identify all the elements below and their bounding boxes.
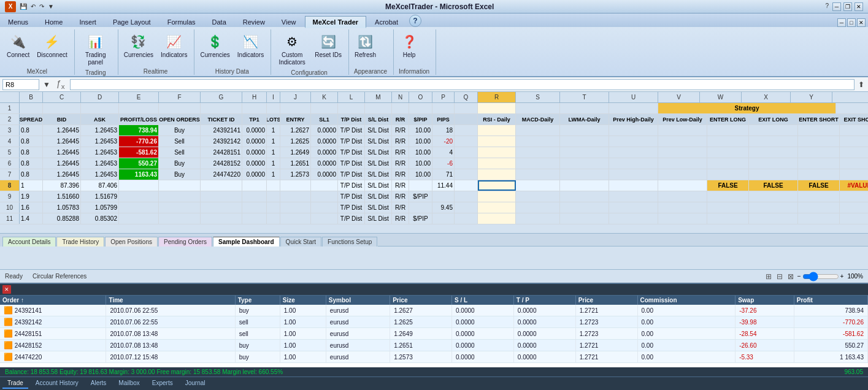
cell-g8[interactable] [201, 180, 242, 191]
cell-w5[interactable] [707, 147, 749, 158]
cell-k7[interactable]: 0.0000 [311, 169, 338, 180]
cell-o6[interactable]: 10.00 [409, 158, 432, 169]
cell-h4[interactable]: 0.0000 [242, 136, 267, 147]
cell-n10[interactable]: R/R [392, 202, 409, 213]
tab-mexceltrader[interactable]: MeXcel Trader [305, 16, 367, 28]
cell-p6[interactable]: -6 [432, 158, 455, 169]
cell-g5[interactable]: 24428151 [201, 147, 242, 158]
minimize-button[interactable]: ─ [832, 2, 841, 11]
cell-y6[interactable] [798, 158, 840, 169]
save-btn[interactable]: 💾 [18, 3, 28, 10]
th-order[interactable]: Order ↑ [0, 296, 106, 305]
cell-m2[interactable]: S/L Dist [365, 114, 392, 124]
cell-j11[interactable] [280, 213, 311, 224]
cell-r2[interactable]: RSI - Daily [478, 114, 516, 124]
cell-x4[interactable] [749, 136, 798, 147]
cell-l7[interactable]: T/P Dist [338, 169, 365, 180]
cell-s3[interactable] [516, 125, 560, 136]
cell-d8[interactable]: 87.406 [81, 180, 119, 191]
cell-t11[interactable] [560, 213, 609, 224]
terminal-tab-mailbox[interactable]: Mailbox [113, 378, 144, 389]
ribbon-minimize-button[interactable]: ─ [837, 18, 846, 27]
cell-y2[interactable]: ENTER SHORT [798, 114, 840, 124]
cell-z4[interactable] [840, 136, 868, 147]
cell-i10[interactable] [267, 202, 280, 213]
tab-trade-history[interactable]: Trade History [56, 237, 104, 247]
cell-z9[interactable] [840, 191, 868, 202]
col-m[interactable]: M [365, 92, 392, 102]
cell-z2[interactable]: EXIT SHORT [840, 114, 868, 124]
cell-l9[interactable]: T/P Dist [338, 191, 365, 202]
tab-functions-setup[interactable]: Functions Setup [322, 237, 377, 247]
cell-o2[interactable]: $/PIP [409, 114, 432, 124]
zoom-in-button[interactable]: + [840, 273, 844, 280]
cell-w9[interactable] [707, 191, 749, 202]
cell-n2[interactable]: R/R [392, 114, 409, 124]
cell-q7[interactable] [455, 169, 478, 180]
cell-l4[interactable]: T/P Dist [338, 136, 365, 147]
cell-v8[interactable] [658, 180, 707, 191]
cell-n11[interactable]: R/R [392, 213, 409, 224]
cell-l6[interactable]: T/P Dist [338, 158, 365, 169]
cell-n1[interactable] [392, 103, 409, 113]
cell-i6[interactable]: 1 [267, 158, 280, 169]
th-sl[interactable]: S / L [452, 296, 514, 305]
col-p[interactable]: P [432, 92, 455, 102]
help-icon[interactable]: ? [824, 2, 830, 11]
cell-x5[interactable] [749, 147, 798, 158]
cell-e10[interactable] [119, 202, 159, 213]
cell-s4[interactable] [516, 136, 560, 147]
tab-data[interactable]: Data [204, 16, 234, 27]
cell-t2[interactable]: LWMA-Daily [560, 114, 609, 124]
cell-n4[interactable]: R/R [392, 136, 409, 147]
cell-b5[interactable]: 0.8 [20, 147, 43, 158]
cell-t7[interactable] [560, 169, 609, 180]
th-tp[interactable]: T / P [513, 296, 575, 305]
cell-j7[interactable]: 1.2573 [280, 169, 311, 180]
cell-z6[interactable] [840, 158, 868, 169]
col-u[interactable]: U [609, 92, 658, 102]
cell-e6[interactable]: 550.27 [119, 158, 159, 169]
cell-n9[interactable]: R/R [392, 191, 409, 202]
tab-acrobat[interactable]: Acrobat [367, 16, 406, 27]
cell-w7[interactable] [707, 169, 749, 180]
terminal-tab-trade[interactable]: Trade [2, 378, 28, 389]
cell-o8[interactable] [409, 180, 432, 191]
cell-x11[interactable] [749, 213, 798, 224]
cell-q4[interactable] [455, 136, 478, 147]
cell-r10[interactable] [478, 202, 516, 213]
cell-e9[interactable] [119, 191, 159, 202]
cell-h10[interactable] [242, 202, 267, 213]
cell-f4[interactable]: Sell [159, 136, 201, 147]
ribbon-restore-button[interactable]: □ [847, 18, 856, 27]
terminal-tab-account-history[interactable]: Account History [31, 378, 83, 389]
cell-v4[interactable] [658, 136, 707, 147]
cell-y4[interactable] [798, 136, 840, 147]
col-v[interactable]: V [658, 92, 700, 102]
cell-g7[interactable]: 24474220 [201, 169, 242, 180]
cell-d11[interactable]: 0.85302 [81, 213, 119, 224]
col-f[interactable]: F [159, 92, 201, 102]
cell-u11[interactable] [609, 213, 658, 224]
cell-q2[interactable] [455, 114, 478, 124]
th-swap[interactable]: Swap [735, 296, 794, 305]
cell-s10[interactable] [516, 202, 560, 213]
cell-y10[interactable] [798, 202, 840, 213]
cell-l10[interactable]: T/P Dist [338, 202, 365, 213]
col-o[interactable]: O [409, 92, 432, 102]
cell-m1[interactable] [365, 103, 392, 113]
cell-b3[interactable]: 0.8 [20, 125, 43, 136]
cell-s5[interactable] [516, 147, 560, 158]
cell-k1[interactable] [311, 103, 338, 113]
cell-h7[interactable]: 0.0000 [242, 169, 267, 180]
cell-w10[interactable] [707, 202, 749, 213]
cell-m11[interactable]: S/L Dist [365, 213, 392, 224]
cell-o7[interactable]: 10.00 [409, 169, 432, 180]
cell-t1[interactable] [560, 103, 609, 113]
cell-y9[interactable] [798, 191, 840, 202]
cell-f3[interactable]: Buy [159, 125, 201, 136]
cell-p1[interactable] [432, 103, 455, 113]
cell-v9[interactable] [658, 191, 707, 202]
th-time[interactable]: Time [106, 296, 235, 305]
cell-h1[interactable] [242, 103, 267, 113]
